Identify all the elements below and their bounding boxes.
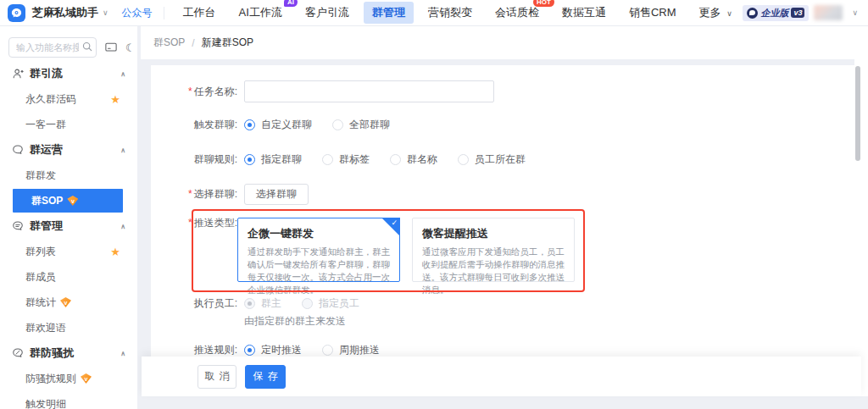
executor-row: 执行员工: 群主 指定员工 <box>151 295 380 312</box>
app-switch-chevron-icon[interactable]: ∨ <box>103 8 108 17</box>
push-type-card-title: 企微一键群发 <box>248 226 390 241</box>
task-name-label: 任务名称: <box>194 86 237 97</box>
trigger-chat-row: 触发群聊: 自定义群聊 全部群聊 <box>151 116 410 133</box>
chevron-up-icon: ∧ <box>120 70 125 78</box>
radio-custom-chats[interactable]: 自定义群聊 <box>244 118 312 132</box>
nav-tab-sales-crm[interactable]: 销售CRM <box>620 2 685 24</box>
user-name-redacted <box>814 5 843 20</box>
radio-disabled-selected-icon <box>244 298 255 309</box>
nav-tab-more[interactable]: 更多 ∨ <box>691 2 741 24</box>
nav-tab-chat-inspection[interactable]: 会话质检 HOT <box>487 2 548 24</box>
radio-selected-icon <box>244 345 255 356</box>
vip-gem-icon: v <box>67 196 78 206</box>
required-mark: * <box>188 188 192 200</box>
radio-group-tag[interactable]: 群标签 <box>322 152 370 167</box>
push-type-card-weike-reminder[interactable]: 微客提醒推送 通过微客应用下发通知给员工，员工收到提醒后需手动操作群聊的消息推送… <box>412 218 575 282</box>
radio-specified-staff-disabled: 指定员工 <box>302 296 359 311</box>
required-mark: * <box>188 86 192 97</box>
radio-group-owner-disabled: 群主 <box>244 296 281 311</box>
breadcrumb: 群SOP / 新建群SOP <box>141 26 868 59</box>
executor-label: 执行员工: <box>151 296 237 311</box>
user-area[interactable]: 企业版 v3 ∨ <box>743 5 858 21</box>
breadcrumb-group-sop[interactable]: 群SOP <box>153 36 185 50</box>
chat-rule-row: 群聊规则: 指定群聊 群标签 群名称 员工所在群 <box>151 151 546 168</box>
radio-specified-chats[interactable]: 指定群聊 <box>244 152 302 167</box>
plan-badge: 企业版 v3 <box>743 5 809 21</box>
chevron-down-icon: ∨ <box>726 9 732 18</box>
select-chat-button[interactable]: 选择群聊 <box>244 184 309 205</box>
nav-divider <box>164 7 164 19</box>
push-type-card-desc: 通过群发助手下发通知给群主，群主确认后一键发给所有客户群聊，群聊每天仅接收一次。… <box>248 246 390 296</box>
sidebar-section-group-operation[interactable]: 群运营 ∧ <box>0 137 137 163</box>
app-title: 芝麻私域助手 <box>32 5 98 20</box>
sidebar-item-group-sop[interactable]: 群SOP v <box>13 189 123 213</box>
hot-badge: HOT <box>533 0 554 7</box>
save-button[interactable]: 保存 <box>245 365 286 389</box>
push-type-card-title: 微客提醒推送 <box>422 226 565 241</box>
nav-tab-customer-acquisition[interactable]: 客户引流 <box>297 2 358 24</box>
push-type-card-wecom-mass-send[interactable]: 企微一键群发 通过群发助手下发通知给群主，群主确认后一键发给所有客户群聊，群聊每… <box>237 218 400 282</box>
chat-bubble-icon <box>10 7 23 19</box>
sidebar-section-group-acquisition[interactable]: 群引流 ∧ <box>0 61 137 86</box>
radio-scheduled-push[interactable]: 定时推送 <box>244 343 302 357</box>
radio-all-chats[interactable]: 全部群聊 <box>332 118 390 132</box>
top-nav: 芝麻私域助手 ∨ 公众号 工作台 AI工作流 AI 客户引流 群管理 营销裂变 … <box>0 0 868 26</box>
nav-tab-group-management[interactable]: 群管理 <box>364 2 414 24</box>
star-icon: ★ <box>110 246 120 258</box>
form-footer: 取消 保存 <box>142 356 861 396</box>
ai-badge: AI <box>284 0 298 7</box>
radio-unselected-icon <box>458 154 469 165</box>
sidebar-section-group-management[interactable]: 群管理 ∧ <box>0 213 137 239</box>
breadcrumb-current: 新建群SOP <box>202 36 253 50</box>
radio-selected-icon <box>244 119 255 130</box>
nav-tab-marketing-fission[interactable]: 营销裂变 <box>420 2 481 24</box>
sidebar-item-group-members[interactable]: 群成员 <box>0 264 137 290</box>
chevron-up-icon: ∧ <box>120 223 125 230</box>
push-rule-label: 推送规则: <box>151 343 237 357</box>
sidebar-item-anti-spam-rules[interactable]: 防骚扰规则 v <box>0 366 137 391</box>
radio-staff-groups[interactable]: 员工所在群 <box>458 152 526 167</box>
sidebar-item-group-statistics[interactable]: 群统计 v <box>0 290 137 315</box>
required-mark: * <box>188 217 192 229</box>
nav-tab-workbench[interactable]: 工作台 <box>175 2 225 24</box>
chat-lines-icon <box>12 220 24 232</box>
sidebar-item-group-welcome-message[interactable]: 群欢迎语 <box>0 315 137 340</box>
chevron-up-icon: ∧ <box>120 146 125 154</box>
push-type-label: *推送类型: <box>151 216 237 230</box>
nav-tab-ai-workflow[interactable]: AI工作流 AI <box>231 2 291 24</box>
sidebar-search-row: ☾ <box>8 36 137 58</box>
trigger-chat-label: 触发群聊: <box>151 118 237 132</box>
sidebar-item-trigger-details[interactable]: 触发明细 <box>0 391 137 409</box>
person-add-icon <box>12 68 24 80</box>
radio-unselected-icon <box>322 345 333 356</box>
push-rule-row: 推送规则: 定时推送 周期推送 <box>151 341 400 358</box>
radio-unselected-icon <box>390 154 401 165</box>
executor-hint: 由指定群的群主来发送 <box>244 314 346 329</box>
task-name-row: *任务名称: <box>151 80 494 102</box>
sidebar-item-group-mass-send[interactable]: 群群发 <box>0 163 137 188</box>
chevron-up-icon: ∧ <box>120 350 125 357</box>
sidebar-section-group-anti-spam[interactable]: 群防骚扰 ∧ <box>0 340 137 366</box>
chat-bubble-icon <box>12 144 24 156</box>
radio-unselected-icon <box>322 154 333 165</box>
scrollbar-thumb[interactable] <box>855 66 860 161</box>
push-type-card-desc: 通过微客应用下发通知给员工，员工收到提醒后需手动操作群聊的消息推送。该方式群聊每… <box>422 246 565 296</box>
radio-periodic-push[interactable]: 周期推送 <box>322 343 380 357</box>
task-name-input[interactable] <box>244 80 494 102</box>
account-type-link[interactable]: 公众号 <box>122 6 153 20</box>
collapse-panel-icon[interactable] <box>105 42 117 53</box>
user-menu-chevron-icon[interactable]: ∨ <box>852 8 858 17</box>
sidebar-item-one-customer-one-group[interactable]: 一客一群 <box>0 112 137 137</box>
enterprise-logo-icon <box>747 8 758 19</box>
nav-tab-data-sync[interactable]: 数据互通 <box>554 2 615 24</box>
sidebar-item-permanent-group-qr[interactable]: 永久群活码 ★ <box>0 86 137 112</box>
cancel-button[interactable]: 取消 <box>198 365 236 389</box>
app-logo[interactable] <box>8 4 25 22</box>
chat-block-icon <box>12 347 24 359</box>
dark-mode-icon[interactable]: ☾ <box>125 41 136 54</box>
radio-group-name[interactable]: 群名称 <box>390 152 437 167</box>
radio-unselected-icon <box>332 119 343 130</box>
sidebar-item-group-list[interactable]: 群列表 ★ <box>0 239 137 264</box>
select-chat-row: *选择群聊: 选择群聊 <box>151 184 309 205</box>
sidebar-menu: 群引流 ∧ 永久群活码 ★ 一客一群 群运营 ∧ 群群发 群SOP v <box>0 61 137 409</box>
